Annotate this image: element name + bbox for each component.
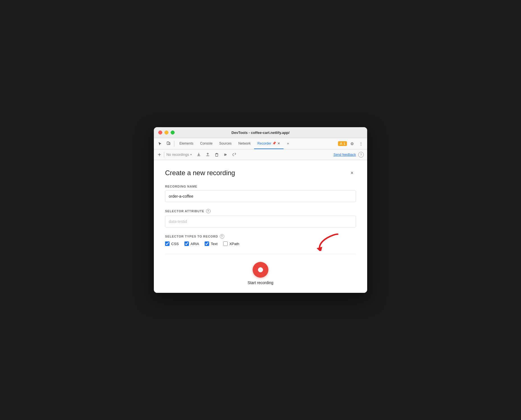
selector-attribute-help-icon[interactable]: ? bbox=[206, 209, 211, 213]
selector-attribute-label: SELECTOR ATTRIBUTE ? bbox=[165, 209, 356, 213]
import-button[interactable] bbox=[204, 151, 211, 158]
chevron-down-icon: ▾ bbox=[190, 153, 192, 156]
tab-sources[interactable]: Sources bbox=[216, 138, 235, 149]
checkbox-css[interactable]: CSS bbox=[165, 241, 179, 246]
titlebar: DevTools - coffee-cart.netlify.app/ bbox=[154, 127, 367, 138]
tab-more[interactable]: » bbox=[284, 138, 292, 149]
tab-network[interactable]: Network bbox=[235, 138, 254, 149]
warning-icon: ⚠ bbox=[340, 142, 342, 145]
svg-rect-4 bbox=[224, 154, 225, 156]
selector-types-section: SELECTOR TYPES TO RECORD ? CSS ARI bbox=[165, 234, 356, 246]
tab-list: Elements Console Sources Network Recorde… bbox=[176, 138, 292, 149]
step-button[interactable] bbox=[231, 151, 238, 158]
record-icon bbox=[258, 267, 263, 272]
tab-elements[interactable]: Elements bbox=[176, 138, 197, 149]
traffic-lights bbox=[158, 131, 175, 134]
devtools-toolbar: Elements Console Sources Network Recorde… bbox=[154, 138, 367, 149]
checkbox-xpath[interactable]: XPath bbox=[223, 241, 239, 246]
issues-badge[interactable]: ⚠ 1 bbox=[338, 141, 347, 146]
checkbox-text[interactable]: Text bbox=[205, 241, 218, 246]
more-button[interactable]: ⋮ bbox=[357, 140, 365, 148]
tab-console[interactable]: Console bbox=[197, 138, 216, 149]
replay-button[interactable] bbox=[222, 151, 229, 158]
add-recording-button[interactable]: + bbox=[157, 152, 162, 158]
svg-rect-0 bbox=[167, 142, 169, 145]
start-recording-label: Start recording bbox=[248, 280, 273, 285]
selector-attribute-input[interactable] bbox=[165, 216, 356, 227]
delete-button[interactable] bbox=[213, 151, 220, 158]
tab-recorder[interactable]: Recorder 📌 ✕ bbox=[254, 138, 284, 149]
recorder-sub-toolbar: + No recordings ▾ bbox=[154, 149, 367, 160]
more-icon: ⋮ bbox=[359, 141, 363, 146]
selector-types-label: SELECTOR TYPES TO RECORD ? bbox=[165, 234, 356, 239]
minimize-traffic-light[interactable] bbox=[164, 131, 168, 134]
arrow-annotation bbox=[317, 231, 339, 252]
recording-action-icons bbox=[195, 151, 238, 158]
devtools-window: DevTools - coffee-cart.netlify.app/ Elem… bbox=[154, 127, 367, 293]
start-recording-button[interactable] bbox=[253, 262, 268, 278]
xpath-checkbox[interactable] bbox=[223, 241, 228, 246]
svg-rect-2 bbox=[216, 154, 218, 156]
aria-checkbox[interactable] bbox=[184, 241, 189, 246]
cursor-icon[interactable] bbox=[156, 140, 164, 148]
window-title: DevTools - coffee-cart.netlify.app/ bbox=[232, 131, 290, 135]
selector-attribute-section: SELECTOR ATTRIBUTE ? bbox=[165, 209, 356, 227]
svg-rect-1 bbox=[169, 143, 170, 145]
recording-name-input[interactable] bbox=[165, 190, 356, 202]
close-traffic-light[interactable] bbox=[158, 131, 162, 134]
gear-icon: ⚙ bbox=[350, 141, 354, 146]
maximize-traffic-light[interactable] bbox=[171, 131, 175, 134]
css-checkbox[interactable] bbox=[165, 241, 170, 246]
device-icon[interactable] bbox=[164, 140, 172, 148]
export-button[interactable] bbox=[195, 151, 202, 158]
toolbar-right: ⚠ 1 ⚙ ⋮ bbox=[338, 140, 365, 148]
close-dialog-button[interactable]: × bbox=[348, 169, 356, 177]
sub-toolbar-right: Send feedback ? bbox=[333, 152, 364, 158]
svg-marker-3 bbox=[225, 154, 227, 156]
send-feedback-link[interactable]: Send feedback bbox=[333, 153, 356, 157]
selector-types-help-icon[interactable]: ? bbox=[220, 234, 224, 239]
recording-name-section: RECORDING NAME bbox=[165, 185, 356, 202]
checkbox-aria[interactable]: ARIA bbox=[184, 241, 199, 246]
dialog-footer: Start recording bbox=[165, 254, 356, 293]
help-button[interactable]: ? bbox=[358, 152, 364, 158]
main-content: Create a new recording × RECORDING NAME … bbox=[154, 160, 367, 293]
dialog-header: Create a new recording × bbox=[165, 169, 356, 177]
toolbar-divider bbox=[164, 152, 164, 158]
recording-name-label: RECORDING NAME bbox=[165, 185, 356, 188]
text-checkbox[interactable] bbox=[205, 241, 209, 246]
dialog-title: Create a new recording bbox=[165, 169, 235, 177]
recordings-dropdown[interactable]: No recordings ▾ bbox=[166, 152, 192, 157]
settings-button[interactable]: ⚙ bbox=[348, 140, 356, 148]
